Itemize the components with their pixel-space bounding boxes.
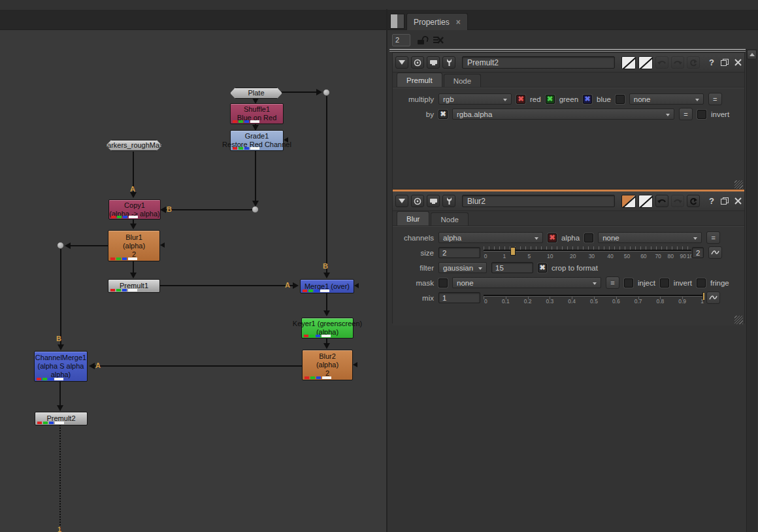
tab-node[interactable]: Node bbox=[431, 212, 469, 225]
tab-close-icon[interactable]: × bbox=[456, 18, 461, 27]
window-top-strip bbox=[0, 0, 758, 10]
wrench-icon[interactable] bbox=[442, 56, 455, 69]
mix-input[interactable]: 1 bbox=[438, 292, 480, 303]
elbow-dot[interactable] bbox=[57, 242, 64, 249]
max-panels-field[interactable]: 2 bbox=[392, 34, 410, 46]
green-checkbox[interactable]: ✖ bbox=[546, 95, 555, 104]
elbow-dot[interactable] bbox=[252, 206, 259, 213]
tab-premult[interactable]: Premult bbox=[397, 73, 442, 87]
node-name-field[interactable]: Premult2 bbox=[462, 56, 615, 69]
node-grade1[interactable]: Grade1 Restore Red Channel bbox=[230, 130, 284, 151]
float-panel-icon[interactable] bbox=[721, 197, 729, 205]
node-plate[interactable]: Plate bbox=[230, 88, 282, 99]
expression-button[interactable]: = bbox=[706, 231, 720, 244]
mask-input-stub[interactable] bbox=[353, 362, 357, 367]
collapse-panel-button[interactable] bbox=[395, 195, 408, 207]
pane-divider[interactable] bbox=[386, 9, 387, 532]
node-display-icon[interactable] bbox=[427, 195, 440, 207]
node-blur1[interactable]: Blur1 (alpha) 2 bbox=[108, 230, 160, 261]
channel-strip bbox=[110, 258, 137, 260]
help-icon[interactable]: ? bbox=[709, 58, 714, 67]
by-label: by bbox=[398, 110, 434, 118]
tab-blur[interactable]: Blur bbox=[397, 211, 429, 225]
node-merge1[interactable]: Merge1 (over) bbox=[300, 279, 354, 293]
revert-button[interactable] bbox=[687, 195, 700, 207]
slider-handle[interactable] bbox=[510, 247, 516, 256]
help-icon[interactable]: ? bbox=[709, 196, 714, 206]
alpha-checkbox[interactable]: ✖ bbox=[548, 233, 557, 242]
expression-button[interactable]: = bbox=[708, 93, 722, 105]
pane-menu-icon[interactable] bbox=[390, 14, 404, 29]
node-color-chip[interactable] bbox=[621, 56, 636, 69]
channels-dropdown[interactable]: alpha bbox=[438, 232, 543, 243]
resize-grip[interactable] bbox=[734, 180, 743, 189]
scrollbar-up-button[interactable] bbox=[747, 50, 757, 59]
multiply-channels-dropdown[interactable]: rgb bbox=[438, 93, 512, 105]
crop-to-format-checkbox[interactable]: ✖ bbox=[538, 263, 547, 273]
red-checkbox[interactable]: ✖ bbox=[516, 95, 525, 104]
invert-mask-checkbox[interactable] bbox=[660, 278, 669, 288]
center-node-button[interactable] bbox=[411, 56, 424, 69]
slider-tick-label: 20 bbox=[570, 253, 576, 259]
redo-button[interactable] bbox=[671, 195, 684, 207]
edge-label-b: B bbox=[167, 205, 172, 213]
node-shuffle1[interactable]: Shuffle1 Blue on Red bbox=[230, 103, 284, 124]
by-checkbox[interactable]: ✖ bbox=[438, 110, 448, 119]
wrench-icon[interactable] bbox=[442, 195, 455, 207]
properties-scrollbar[interactable] bbox=[746, 49, 757, 532]
collapse-panel-button[interactable] bbox=[395, 56, 408, 69]
resize-grip[interactable] bbox=[734, 316, 743, 324]
redo-button[interactable] bbox=[671, 56, 684, 69]
revert-button[interactable] bbox=[687, 56, 700, 69]
animation-curve-button[interactable] bbox=[708, 246, 722, 259]
blue-checkbox[interactable]: ✖ bbox=[583, 95, 592, 104]
undo-button[interactable] bbox=[655, 56, 668, 69]
animation-curve-button[interactable] bbox=[706, 291, 720, 304]
node-graph[interactable]: B B A B A A 1 Plate Markers_roughM bbox=[0, 30, 386, 532]
extra-channel-checkbox[interactable] bbox=[584, 233, 593, 242]
expression-button[interactable]: = bbox=[606, 276, 619, 289]
tab-properties[interactable]: Properties × bbox=[406, 13, 468, 30]
node-markers-roughmask[interactable]: Markers_roughMask bbox=[106, 140, 162, 151]
gl-color-chip[interactable] bbox=[638, 195, 653, 208]
slider-tick-label: 0.5 bbox=[590, 298, 598, 305]
fringe-checkbox[interactable] bbox=[697, 278, 706, 288]
mix-slider[interactable]: 00.10.20.30.40.50.60.70.80.91 bbox=[484, 291, 704, 305]
filter-dropdown[interactable]: gaussian bbox=[438, 262, 487, 273]
extra-channel-dropdown[interactable]: none bbox=[598, 232, 702, 243]
node-name-field[interactable]: Blur2 bbox=[462, 195, 615, 207]
center-node-button[interactable] bbox=[411, 195, 424, 207]
mask-checkbox[interactable] bbox=[438, 278, 448, 288]
clear-panels-icon[interactable] bbox=[433, 35, 444, 44]
extra-channel-checkbox[interactable] bbox=[616, 95, 625, 104]
node-keyer1[interactable]: Keyer1 (greenscreen) (alpha) bbox=[301, 318, 354, 339]
panel-splitter[interactable] bbox=[389, 49, 746, 52]
size-slider[interactable]: 015102030405060708090100 bbox=[484, 246, 691, 259]
tab-node[interactable]: Node bbox=[444, 74, 482, 87]
edge bbox=[255, 150, 256, 204]
node-copy1[interactable]: Copy1 (alpha -> alpha) bbox=[108, 199, 161, 220]
node-channelmerge1[interactable]: ChannelMerge1 (alpha S alpha alpha) bbox=[34, 351, 88, 382]
node-blur2[interactable]: Blur2 (alpha) 2 bbox=[302, 350, 353, 380]
node-premult2[interactable]: Premult2 bbox=[35, 412, 88, 425]
filter-size-input[interactable]: 15 bbox=[491, 262, 533, 273]
mask-dropdown[interactable]: none bbox=[452, 277, 601, 288]
gl-color-chip[interactable] bbox=[638, 56, 653, 69]
invert-checkbox[interactable] bbox=[697, 110, 706, 119]
inject-checkbox[interactable] bbox=[624, 278, 633, 288]
node-color-chip[interactable] bbox=[621, 195, 636, 208]
close-panel-icon[interactable] bbox=[734, 59, 742, 66]
lock-icon[interactable] bbox=[416, 35, 427, 45]
mask-input-stub[interactable] bbox=[354, 283, 359, 288]
float-panel-icon[interactable] bbox=[721, 59, 729, 66]
undo-button[interactable] bbox=[655, 195, 668, 207]
close-panel-icon[interactable] bbox=[734, 197, 742, 205]
node-premult1[interactable]: Premult1 bbox=[108, 279, 160, 293]
size-input[interactable]: 2 bbox=[438, 247, 480, 258]
elbow-dot[interactable] bbox=[323, 89, 330, 96]
by-channel-dropdown[interactable]: rgba.alpha bbox=[452, 108, 674, 120]
node-display-icon[interactable] bbox=[427, 56, 440, 69]
expression-button[interactable]: = bbox=[679, 108, 693, 120]
mask-input-stub[interactable] bbox=[160, 242, 165, 248]
extra-channel-dropdown[interactable]: none bbox=[629, 93, 704, 105]
